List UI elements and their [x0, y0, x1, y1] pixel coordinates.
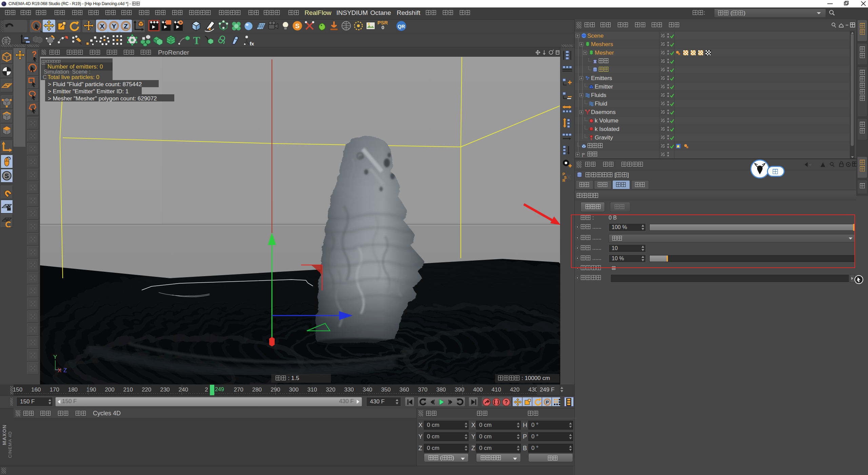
- svg-text:|º: |º: [582, 152, 585, 157]
- svg-text:fx: fx: [250, 41, 254, 46]
- svg-text:X: X: [100, 23, 104, 30]
- svg-text:P: P: [546, 400, 549, 405]
- svg-text:?: ?: [505, 399, 508, 405]
- svg-text:X: X: [58, 367, 61, 373]
- svg-text:R: R: [563, 178, 565, 183]
- svg-text:Z: Z: [124, 23, 128, 30]
- svg-text:QR: QR: [398, 24, 405, 29]
- svg-text:S: S: [5, 173, 9, 179]
- svg-text:S: S: [295, 22, 300, 30]
- svg-text:T: T: [193, 35, 200, 46]
- svg-text:Y: Y: [112, 23, 116, 30]
- svg-text:Y: Y: [53, 354, 57, 360]
- svg-text:Z: Z: [63, 367, 67, 373]
